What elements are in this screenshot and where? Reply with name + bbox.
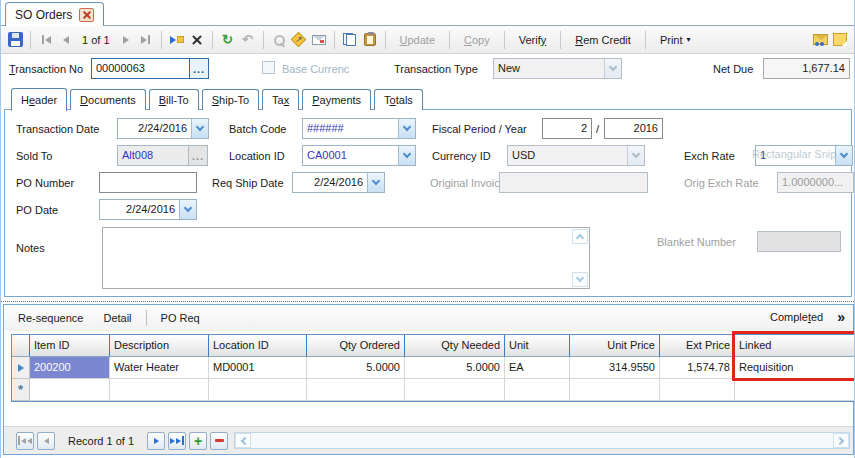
cell-unit[interactable]: EA xyxy=(505,357,570,379)
exch-rate-dropdown-button[interactable] xyxy=(835,146,852,165)
po-number-field[interactable] xyxy=(99,172,197,193)
transaction-date-dropdown-button[interactable] xyxy=(191,119,208,138)
print-button[interactable]: Print▾ xyxy=(652,31,699,49)
po-req-button[interactable]: PO Req xyxy=(153,309,208,327)
column-header-location-id[interactable]: Location ID xyxy=(209,335,307,357)
column-header-unit-price[interactable]: Unit Price xyxy=(570,335,660,357)
location-id-value[interactable]: CA0001 xyxy=(303,146,398,165)
empty-cell[interactable] xyxy=(735,379,854,401)
transaction-date-field[interactable]: 2/24/2016 xyxy=(117,118,209,139)
close-button[interactable] xyxy=(79,8,94,22)
exch-rate-value[interactable]: 1 xyxy=(756,146,835,165)
cell-qty-needed[interactable]: 5.0000 xyxy=(405,357,505,379)
nav-last-button[interactable] xyxy=(137,31,155,49)
detail-button[interactable]: Detail xyxy=(95,309,139,327)
empty-cell[interactable] xyxy=(505,379,570,401)
fiscal-period-field[interactable]: 2 xyxy=(542,118,592,139)
currency-id-dropdown-button[interactable] xyxy=(627,146,644,165)
transaction-no-field[interactable]: 00000063 ... xyxy=(91,58,209,79)
cell-ext-price[interactable]: 1,574.78 xyxy=(660,357,735,379)
column-header-ext-price[interactable]: Ext Price xyxy=(660,335,735,357)
transaction-type-dropdown-button[interactable] xyxy=(604,59,621,78)
location-id-dropdown-button[interactable] xyxy=(398,146,415,165)
tab-bill-to[interactable]: Bill-To xyxy=(149,89,199,110)
record-first-button[interactable] xyxy=(16,432,34,450)
empty-cell[interactable] xyxy=(405,379,505,401)
currency-id-dropdown[interactable]: USD xyxy=(507,145,645,166)
resequence-button[interactable]: Re-sequence xyxy=(10,309,91,327)
new-record-button[interactable] xyxy=(168,31,186,49)
undo-button[interactable]: ↶ xyxy=(239,31,257,49)
copy-button[interactable]: Copy xyxy=(456,31,498,49)
column-header-qty-ordered[interactable]: Qty Ordered xyxy=(307,335,405,357)
record-last-button[interactable] xyxy=(168,432,186,450)
column-header-description[interactable]: Description xyxy=(110,335,209,357)
record-next-button[interactable] xyxy=(147,432,165,450)
splitter[interactable] xyxy=(1,301,854,302)
transaction-no-lookup-button[interactable]: ... xyxy=(189,59,208,78)
po-date-field[interactable]: 2/24/2016 xyxy=(99,199,197,220)
req-ship-date-field[interactable]: 2/24/2016 xyxy=(292,172,385,193)
tab-totals[interactable]: Totals xyxy=(374,89,423,110)
grid-new-row[interactable]: * xyxy=(12,379,854,401)
tab-documents[interactable]: Documents xyxy=(70,89,146,110)
column-header-linked[interactable]: Linked xyxy=(735,335,854,357)
save-button[interactable] xyxy=(6,31,24,49)
column-header-item-id[interactable]: Item ID xyxy=(30,335,110,357)
completed-button[interactable]: Completed » xyxy=(770,309,845,325)
scroll-right-button[interactable] xyxy=(833,433,849,448)
base-currency-checkbox[interactable] xyxy=(262,61,275,74)
row-selector-current[interactable] xyxy=(12,357,30,379)
tab-so-orders[interactable]: SO Orders xyxy=(5,2,104,26)
record-previous-button[interactable] xyxy=(37,432,55,450)
sold-to-field[interactable]: Alt008 ... xyxy=(117,145,208,166)
po-date-value[interactable]: 2/24/2016 xyxy=(100,200,179,219)
empty-cell[interactable] xyxy=(660,379,735,401)
delete-row-button[interactable] xyxy=(210,432,228,450)
grid-corner-cell[interactable] xyxy=(12,335,30,357)
cell-description[interactable]: Water Heater xyxy=(110,357,209,379)
send-mail-button[interactable] xyxy=(811,31,829,49)
po-date-dropdown-button[interactable] xyxy=(179,200,196,219)
horizontal-scrollbar[interactable] xyxy=(234,432,850,449)
batch-code-dropdown-button[interactable] xyxy=(398,119,415,138)
scroll-left-button[interactable] xyxy=(235,433,251,448)
notes-scroll-up-button[interactable] xyxy=(572,229,588,244)
tab-ship-to[interactable]: Ship-To xyxy=(202,89,259,110)
delete-record-button[interactable] xyxy=(188,31,206,49)
tab-payments[interactable]: Payments xyxy=(302,89,371,110)
nav-previous-button[interactable] xyxy=(57,31,75,49)
notes-textarea[interactable] xyxy=(102,227,590,289)
tab-header[interactable]: Header xyxy=(11,88,67,111)
drilldown-button[interactable]: ↗ xyxy=(290,31,308,49)
transaction-date-value[interactable]: 2/24/2016 xyxy=(118,119,191,138)
column-header-qty-needed[interactable]: Qty Needed xyxy=(405,335,505,357)
copy-record-button[interactable] xyxy=(341,31,359,49)
paste-button[interactable] xyxy=(361,31,379,49)
location-id-combo[interactable]: CA0001 xyxy=(302,145,416,166)
column-header-unit[interactable]: Unit xyxy=(505,335,570,357)
empty-cell[interactable] xyxy=(209,379,307,401)
rem-credit-button[interactable]: Rem Credit xyxy=(567,31,639,49)
notes-scroll-down-button[interactable] xyxy=(572,272,588,287)
row-selector-new[interactable]: * xyxy=(12,379,30,401)
transaction-no-value[interactable]: 00000063 xyxy=(92,59,189,78)
add-row-button[interactable]: + xyxy=(189,432,207,450)
email-button[interactable] xyxy=(310,31,328,49)
batch-code-value[interactable]: ###### xyxy=(303,119,398,138)
po-number-value[interactable] xyxy=(100,173,196,192)
cell-item-id[interactable]: 200200 xyxy=(30,357,110,379)
empty-cell[interactable] xyxy=(30,379,110,401)
empty-cell[interactable] xyxy=(570,379,660,401)
req-ship-date-value[interactable]: 2/24/2016 xyxy=(293,173,367,192)
update-button[interactable]: Update xyxy=(392,31,443,49)
sold-to-lookup-button[interactable]: ... xyxy=(188,146,207,165)
batch-code-combo[interactable]: ###### xyxy=(302,118,416,139)
refresh-button[interactable]: ↻ xyxy=(219,31,237,49)
verify-button[interactable]: Verify xyxy=(511,31,555,49)
cell-unit-price[interactable]: 314.9550 xyxy=(570,357,660,379)
fiscal-period-value[interactable]: 2 xyxy=(543,119,591,138)
print-preview-button[interactable] xyxy=(270,31,288,49)
transaction-type-dropdown[interactable]: New xyxy=(493,58,622,79)
req-ship-date-dropdown-button[interactable] xyxy=(367,173,384,192)
